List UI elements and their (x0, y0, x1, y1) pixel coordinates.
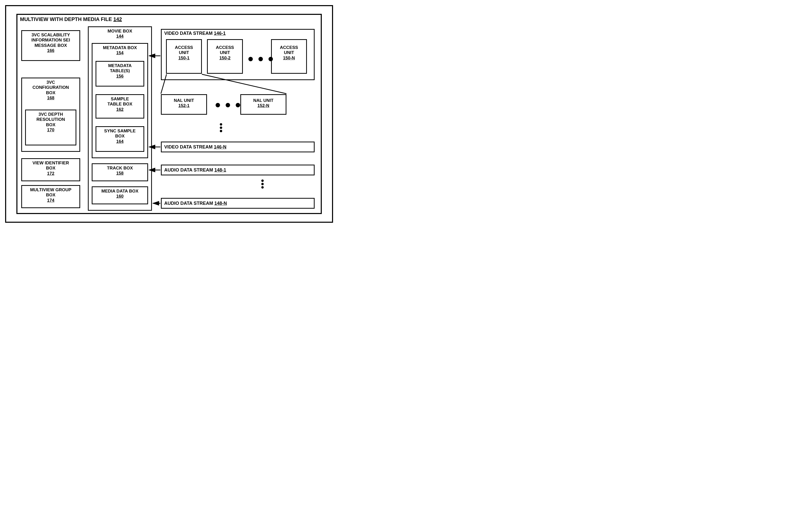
b148N-text: AUDIO DATA STREAM (164, 201, 213, 206)
b150N-l1: ACCESS (273, 45, 305, 50)
b1521-num: 152-1 (163, 103, 205, 108)
b166-l1: 3VC SCALABILITY (23, 32, 78, 38)
b146N-text: VIDEO DATA STREAM (164, 144, 213, 149)
b164-num: 164 (97, 139, 142, 144)
box-150-2: ACCESS UNIT 150-2 (207, 39, 243, 74)
b156-l1: METADATA (97, 63, 142, 68)
box-152-N: NAL UNIT 152-N (240, 94, 286, 115)
b160-l1: MEDIA DATA BOX (93, 189, 146, 194)
b166-num: 166 (23, 48, 78, 53)
b1501-l1: ACCESS (168, 45, 200, 50)
vdots-148: ●●● (261, 179, 264, 189)
box-174: MULTIVIEW GROUP BOX 174 (21, 185, 80, 208)
box-150-1: ACCESS UNIT 150-1 (166, 39, 202, 74)
main-media-file-box: MULTIVIEW WITH DEPTH MEDIA FILE 142 3VC … (16, 14, 322, 214)
b154-num: 154 (93, 50, 146, 55)
dots-152: ● ● ● (215, 99, 241, 110)
dots-150: ● ● ● (248, 53, 274, 64)
b168-l2: CONFIGURATION (23, 85, 78, 90)
vdots-146: ●●● (219, 122, 223, 132)
b170-l3: BOX (27, 122, 74, 127)
b1461-num: 146-1 (214, 31, 226, 36)
b1481-text: AUDIO DATA STREAM (164, 167, 213, 173)
b152N-l1: NAL UNIT (242, 98, 285, 103)
box-150-N: ACCESS UNIT 150-N (271, 39, 307, 74)
b144-num: 144 (90, 34, 150, 39)
box-152-1: NAL UNIT 152-1 (161, 94, 207, 115)
b174-l2: BOX (23, 193, 78, 198)
b170-l1: 3VC DEPTH (27, 112, 74, 117)
b1502-l2: UNIT (209, 50, 241, 55)
box-172: VIEW IDENTIFIER BOX 172 (21, 158, 80, 181)
b158-num: 158 (93, 171, 146, 176)
b172-l1: VIEW IDENTIFIER (23, 161, 78, 166)
b154-l1: METADATA BOX (93, 45, 146, 50)
box-170: 3VC DEPTH RESOLUTION BOX 170 (25, 110, 76, 145)
b1502-num: 150-2 (209, 55, 241, 61)
b164-l2: BOX (97, 134, 142, 139)
b158-l1: TRACK BOX (93, 166, 146, 171)
b144-l1: MOVIE BOX (90, 29, 150, 34)
b150N-num: 150-N (273, 55, 305, 61)
b156-l2: TABLE(S) (97, 68, 142, 73)
box-160: MEDIA DATA BOX 160 (92, 186, 148, 204)
b1461-text: VIDEO DATA STREAM (164, 31, 213, 36)
b162-l2: TABLE BOX (97, 102, 142, 107)
b1501-l2: UNIT (168, 50, 200, 55)
box-158: TRACK BOX 158 (92, 163, 148, 181)
b174-l1: MULTIVIEW GROUP (23, 187, 78, 193)
b1502-l1: ACCESS (209, 45, 241, 50)
box-162: SAMPLE TABLE BOX 162 (96, 94, 144, 119)
b162-l1: SAMPLE (97, 97, 142, 102)
b170-l2: RESOLUTION (27, 117, 74, 122)
b146N-num: 146-N (214, 144, 227, 149)
main-title-num: 142 (113, 16, 122, 22)
b148N-num: 148-N (214, 201, 227, 206)
b1461-title: VIDEO DATA STREAM 146-1 (164, 31, 226, 37)
b164-l1: SYNC SAMPLE (97, 128, 142, 134)
b150N-l2: UNIT (273, 50, 305, 55)
b172-l2: BOX (23, 166, 78, 171)
main-title-text: MULTIVIEW WITH DEPTH MEDIA FILE (20, 16, 112, 22)
box-166: 3VC SCALABILITY INFORMATION SEI MESSAGE … (21, 30, 80, 61)
b1521-l1: NAL UNIT (163, 98, 205, 103)
box-164: SYNC SAMPLE BOX 164 (96, 126, 144, 152)
box-148-1: AUDIO DATA STREAM 148-1 (161, 165, 315, 175)
box-146-N: VIDEO DATA STREAM 146-N (161, 142, 315, 152)
main-title: MULTIVIEW WITH DEPTH MEDIA FILE 142 (20, 16, 318, 22)
b152N-num: 152-N (242, 103, 285, 108)
box-148-N: AUDIO DATA STREAM 148-N (161, 198, 315, 209)
b156-num: 156 (97, 74, 142, 79)
b162-num: 162 (97, 107, 142, 112)
b160-num: 160 (93, 194, 146, 199)
b174-num: 174 (23, 198, 78, 203)
b1501-num: 150-1 (168, 55, 200, 61)
outer-frame: MULTIVIEW WITH DEPTH MEDIA FILE 142 3VC … (5, 5, 333, 223)
b166-l3: MESSAGE BOX (23, 43, 78, 48)
b172-num: 172 (23, 171, 78, 176)
b168-l3: BOX (23, 90, 78, 96)
b1481-num: 148-1 (214, 167, 226, 173)
b168-l1: 3VC (23, 80, 78, 85)
b168-num: 168 (23, 96, 78, 101)
b170-num: 170 (27, 127, 74, 132)
b166-l2: INFORMATION SEI (23, 38, 78, 43)
box-156: METADATA TABLE(S) 156 (96, 61, 144, 87)
